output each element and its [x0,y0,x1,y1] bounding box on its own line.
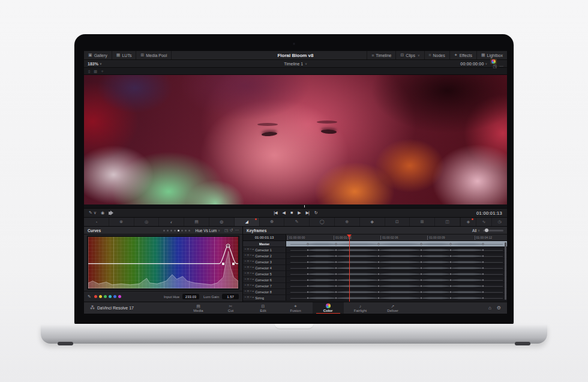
keyframe-track-corrector-2[interactable]: •⊡•▸Corrector 2 [243,253,507,259]
keyframe-dot[interactable] [307,255,309,257]
clean-feed-icon[interactable]: ▯ [88,69,90,73]
keyframe-dot[interactable] [377,261,379,263]
keyframe-dot[interactable] [335,261,337,263]
enable-icon[interactable]: • [250,272,251,275]
keyframe-dot[interactable] [377,285,379,287]
lock-icon[interactable]: ⊡ [247,284,250,287]
hue-swatch[interactable] [109,295,112,298]
keyframe-dot[interactable] [482,255,484,257]
track-label[interactable]: •⊡•▸Corrector 1 [243,247,286,252]
keyframe-toggle-icon[interactable]: • [245,260,246,263]
goto-end-button[interactable]: ▶| [306,210,309,215]
keyframe-dot[interactable] [420,261,422,263]
keyframe-track-master[interactable]: Master [243,241,507,247]
keyframe-dot[interactable] [377,255,379,257]
keyframe-dot[interactable] [335,285,337,287]
keyframe-dot[interactable] [377,297,379,299]
track-lane[interactable] [286,247,507,252]
enable-icon[interactable]: • [250,266,251,269]
keyframe-dot[interactable] [450,249,452,251]
header-button-timeline[interactable]: ≡Timeline [367,51,395,59]
lum-gain-value[interactable]: 1.57 [222,294,239,299]
keyframe-dot[interactable] [335,267,337,269]
keyframe-track-corrector-4[interactable]: •⊡•▸Corrector 4 [243,265,507,271]
hue-swatch[interactable] [118,295,121,298]
hue-vs-lum-graph[interactable] [87,236,239,290]
keyframe-dot[interactable] [307,291,309,293]
keyframes-panel-icon[interactable]: ◈ [460,218,476,226]
keyframe-dot[interactable] [307,279,309,281]
curves-page-dot[interactable] [178,230,179,231]
track-label[interactable]: •⊡•▸Corrector 7 [243,283,286,288]
tracker-icon[interactable]: ⊕ [335,218,360,226]
keyframes-zoom-slider[interactable] [483,230,503,231]
curve-control-point[interactable] [222,263,224,265]
track-lane[interactable] [286,253,507,258]
keyframe-dot[interactable] [420,243,422,245]
power-window-icon[interactable]: ◯ [310,218,335,226]
color-match-icon[interactable]: ⊗ [109,218,134,226]
expand-chevron-icon[interactable]: ▸ [253,290,254,293]
track-label[interactable]: •⊡•▸Corrector 6 [243,277,286,282]
keyframe-dot[interactable] [450,273,452,275]
keyframe-dot[interactable] [377,243,379,245]
expand-chevron-icon[interactable]: ▸ [253,266,254,269]
track-lane[interactable] [286,259,507,264]
keyframe-dot[interactable] [307,261,309,263]
keyframe-dot[interactable] [450,291,452,293]
keyframe-dot[interactable] [420,297,422,299]
enable-icon[interactable]: • [250,290,251,293]
input-hue-value[interactable]: 233.03 [182,294,199,299]
keyframe-dot[interactable] [307,267,309,269]
keyframe-toggle-icon[interactable]: • [245,248,246,251]
eyedropper-icon[interactable]: ✎ [88,294,91,299]
rgb-mixer-icon[interactable]: ▤ [184,218,209,226]
expand-chevron-icon[interactable]: ▸ [253,284,254,287]
keyframe-dot[interactable] [377,273,379,275]
color-viewer-icon[interactable] [490,59,497,64]
keyframe-track-corrector-3[interactable]: •⊡•▸Corrector 3 [243,259,507,265]
expand-chevron-icon[interactable]: ▸ [253,272,254,275]
curves-page-dot[interactable] [170,230,172,231]
page-tab-fusion[interactable]: ✦Fusion [280,302,311,314]
keyframe-dot[interactable] [335,249,337,251]
keyframe-track-corrector-6[interactable]: •⊡•▸Corrector 6 [243,277,507,283]
curves-pagination[interactable] [163,230,190,231]
keyframe-dot[interactable] [482,297,484,299]
track-label[interactable]: Master [243,241,286,246]
keyframe-dot[interactable] [450,285,452,287]
timeline-select[interactable]: Timeline 1 ∨ [84,62,507,66]
lock-icon[interactable]: ⊡ [247,248,250,251]
enable-icon[interactable]: • [250,248,251,251]
keyframe-dot[interactable] [420,255,422,257]
keyframe-dot[interactable] [450,261,452,263]
keyframe-dot[interactable] [420,285,422,287]
keyframe-dot[interactable] [307,273,309,275]
loop-button[interactable]: ↻ [314,210,317,215]
curves-reset-icon[interactable]: ↺ [230,228,233,232]
expand-chevron-icon[interactable]: ▸ [253,260,254,263]
info-icon[interactable]: ◷ [491,218,507,226]
expand-chevron-icon[interactable]: ▸ [253,278,254,281]
curves-page-dot[interactable] [185,230,187,231]
motion-effects-icon[interactable]: ◍ [209,218,235,226]
track-label[interactable]: •⊡•▸Corrector 3 [243,259,286,264]
curves-page-dot[interactable] [174,230,176,231]
keyframe-dot[interactable] [420,279,422,281]
keyframe-dot[interactable] [482,267,484,269]
track-lane[interactable] [286,241,507,246]
keyframe-track-corrector-1[interactable]: •⊡•▸Corrector 1 [243,247,507,253]
enhanced-viewer-icon[interactable]: ✧ [101,69,104,73]
lock-icon[interactable]: ⊡ [247,296,250,299]
qualifier-icon[interactable]: ✎ [284,218,310,226]
track-label[interactable]: •⊡•▸Corrector 4 [243,265,286,270]
enable-icon[interactable]: • [250,296,251,299]
camera-raw-icon[interactable]: ◔ [84,218,109,226]
curves-page-dot[interactable] [167,230,169,231]
curves-expand-icon[interactable]: ◳ [224,228,228,232]
track-label[interactable]: •⊡•▸Sizing [243,295,286,300]
keyframe-dot[interactable] [307,285,309,287]
curves-page-dot[interactable] [181,230,183,231]
wipe-mode-icon[interactable]: ◉ [101,210,104,215]
viewer-options-icon[interactable]: ⋯ [499,64,503,68]
